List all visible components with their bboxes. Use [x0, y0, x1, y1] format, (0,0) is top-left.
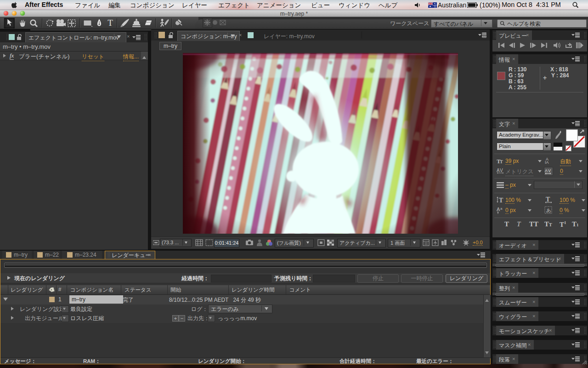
svg-text:A: A	[497, 168, 500, 173]
svg-text:T: T	[499, 197, 503, 203]
svg-text:T: T	[107, 18, 113, 28]
svg-text:A: A	[545, 168, 548, 173]
svg-text:a: a	[500, 207, 503, 211]
svg-text:A: A	[497, 207, 500, 212]
svg-text:IA: IA	[545, 160, 549, 164]
svg-text:T: T	[546, 196, 550, 203]
svg-text:T: T	[500, 159, 503, 164]
svg-text:あ: あ	[546, 207, 551, 213]
svg-text:V: V	[548, 168, 551, 173]
svg-text:V: V	[500, 168, 503, 173]
